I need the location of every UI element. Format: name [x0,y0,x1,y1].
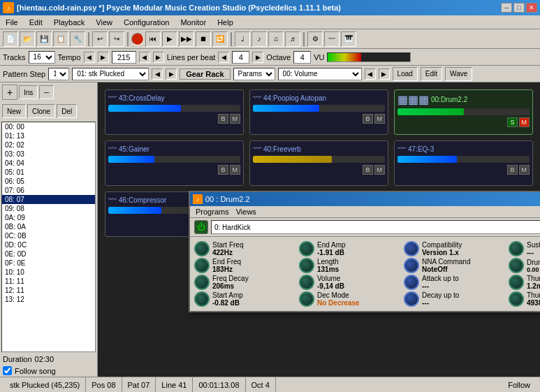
drum-menu-views[interactable]: Views [236,208,256,216]
pattern-select[interactable]: 01: stk Plucked [72,68,149,80]
end-amp-knob[interactable] [299,241,314,256]
toolbar-open-btn[interactable]: 📂 [20,31,35,47]
drum-menu-programs[interactable]: Programs [196,208,229,216]
follow-song-checkbox[interactable] [3,366,12,375]
toolbar-play-btn[interactable]: ▶ [162,31,177,47]
toolbar-notes2-btn[interactable]: ♪ [251,31,267,47]
toolbar-piano-btn[interactable]: 🎹 [341,31,356,47]
dec-mode-knob[interactable] [299,291,314,307]
module-b-btn5[interactable]: B [507,165,517,175]
menu-playback[interactable]: Playback [51,17,88,27]
nna-command-knob[interactable] [404,258,419,273]
drum-thump-mix-knob[interactable] [509,258,524,273]
toolbar-stop-btn[interactable]: ⏹ [196,31,211,47]
list-item[interactable]: 0F: 0E [2,259,95,268]
toolbar-loop-btn[interactable]: 🔁 [212,31,228,47]
list-item[interactable]: 05: 01 [2,168,95,177]
decay-up-knob[interactable] [404,291,419,307]
menu-file[interactable]: File [3,17,21,27]
module-b-btn2[interactable]: B [363,114,372,124]
minimize-button[interactable]: ─ [501,3,512,13]
module-s-btn[interactable]: S [507,117,517,127]
toolbar-gear-btn[interactable]: ⚙ [307,31,323,47]
list-item[interactable]: 0B: 0A [2,222,95,231]
toolbar-notes4-btn[interactable]: ♬ [285,31,300,47]
list-item[interactable]: 0C: 0B [2,231,95,240]
menu-monitor[interactable]: Monitor [177,17,209,27]
toolbar-new-btn[interactable]: 📄 [3,31,18,47]
module-m-btn2[interactable]: M [374,114,386,124]
edit-button[interactable]: Edit [421,67,442,81]
end-freq-knob[interactable] [194,258,210,273]
wave-button[interactable]: Wave [445,67,472,81]
list-item-selected[interactable]: 08: 07 [2,195,95,204]
module-crossdelay[interactable]: 〰 43:CrossDelay B M [105,89,244,135]
list-item[interactable]: 03: 03 [2,150,95,159]
module-b-btn4[interactable]: B [363,165,372,175]
lines-up-btn[interactable]: ▶ [252,52,263,63]
tempo-scroll-down-btn[interactable]: ◀ [139,52,150,63]
attack-up-knob[interactable] [404,275,419,290]
toolbar-undo-btn[interactable]: 🔧 [70,31,85,47]
module-freeverb[interactable]: 〰 40:Freeverb B M [249,140,388,186]
add-pattern-icon[interactable]: + [2,85,17,100]
new-button[interactable]: New [2,104,26,118]
lines-input[interactable] [232,51,249,64]
toolbar-prev-btn[interactable]: ⏮ [145,31,161,47]
volume-prev-btn[interactable]: ◀ [365,68,376,80]
sustain-volume-knob[interactable] [509,241,524,256]
step-select[interactable]: 1 [48,68,69,80]
module-b-btn[interactable]: B [218,114,228,124]
toolbar-play2-btn[interactable]: ▶▶ [179,31,194,47]
tracks-select[interactable]: 16 [29,51,55,64]
load-button[interactable]: Load [393,67,418,81]
volume-knob[interactable] [299,275,314,290]
list-item[interactable]: 0A: 09 [2,213,95,222]
toolbar-notes-btn[interactable]: ♩ [235,31,250,47]
volume-select[interactable]: 00: Volume [278,68,362,80]
ins-button[interactable]: Ins [19,85,38,99]
pattern-prev-btn[interactable]: ◀ [152,68,163,80]
thump-freq-knob[interactable] [509,291,524,307]
toolbar-undo2-btn[interactable]: ↩ [92,31,108,47]
maximize-button[interactable]: □ [513,3,525,13]
thump-length-knob[interactable] [509,275,524,290]
toolbar-redo-btn[interactable]: ↪ [109,31,124,47]
list-item[interactable]: 09: 08 [2,204,95,213]
octave-input[interactable] [293,51,311,64]
tempo-up-btn[interactable]: ▶ [98,52,109,63]
list-item[interactable]: 10: 10 [2,268,95,277]
del-button[interactable]: Del [57,104,77,118]
toolbar-saveas-btn[interactable]: 📋 [53,31,68,47]
compatibility-knob[interactable] [404,241,419,256]
list-item[interactable]: 04: 04 [2,159,95,168]
module-eq3[interactable]: 〰 47:EQ-3 B M [394,140,533,186]
list-item[interactable]: 07: 06 [2,186,95,195]
module-gainer[interactable]: 〰 45:Gainer B M [105,140,244,186]
pattern-next-btn[interactable]: ▶ [166,68,177,80]
freq-decay-knob[interactable] [194,275,210,290]
module-m-btn5[interactable]: M [374,165,386,175]
list-item[interactable]: 06: 05 [2,177,95,186]
pattern-list[interactable]: 00: 00 01: 13 02: 02 03: 03 04: 04 05: 0… [1,122,96,352]
module-drum[interactable]: ▦▦▦ 00:Drum2.2 S M [394,89,533,135]
module-m-btn6[interactable]: M [519,165,530,175]
length-knob[interactable] [299,258,314,273]
list-item[interactable]: 0E: 0D [2,249,95,259]
toolbar-save-btn[interactable]: 💾 [36,31,52,47]
tempo-scroll-up-btn[interactable]: ▶ [153,52,164,63]
start-amp-knob[interactable] [194,291,210,307]
volume-next-btn[interactable]: ▶ [379,68,390,80]
module-m-btn4[interactable]: M [230,165,241,175]
menu-edit[interactable]: Edit [27,17,45,27]
toolbar-rec-btn[interactable] [131,33,144,45]
menu-help[interactable]: Help [214,17,236,27]
list-item[interactable]: 01: 13 [2,131,95,140]
drum-program-select[interactable]: 0: HardKick [211,220,540,234]
list-item[interactable]: 0D: 0C [2,240,95,249]
module-autopan[interactable]: 〰 44:Pooplog Autopan B M [249,89,388,135]
module-m-btn3[interactable]: M [519,117,530,127]
close-button[interactable]: ✕ [526,3,537,13]
lines-down-btn[interactable]: ◀ [218,52,229,63]
list-item[interactable]: 12: 11 [2,286,95,295]
